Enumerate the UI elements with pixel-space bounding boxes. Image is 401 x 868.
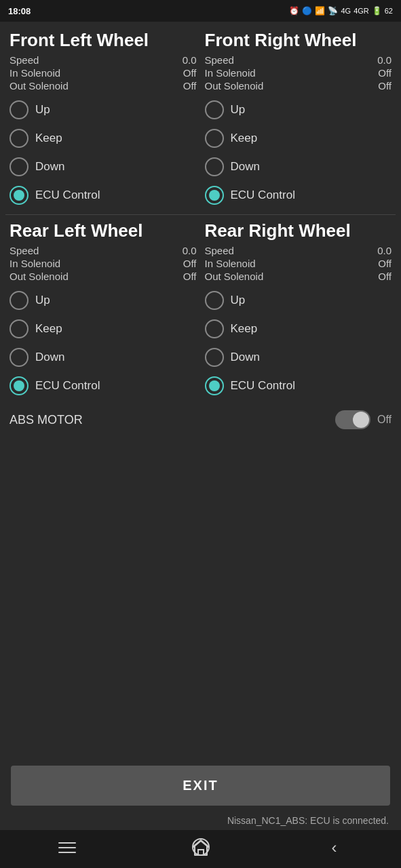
rear-left-radio-keep-circle bbox=[9, 319, 28, 338]
rear-left-radio-keep[interactable]: Keep bbox=[9, 315, 197, 342]
exit-button[interactable]: EXIT bbox=[11, 766, 390, 806]
nav-back-button[interactable]: ‹ bbox=[318, 834, 351, 861]
rear-left-outsolenoid-label: Out Solenoid bbox=[9, 271, 69, 282]
front-right-insolenoid-value: Off bbox=[378, 67, 392, 79]
hamburger-line-3 bbox=[58, 852, 76, 853]
front-left-radio-group: Up Keep Down ECU Control bbox=[9, 96, 197, 209]
rear-left-insolenoid-label: In Solenoid bbox=[9, 258, 60, 269]
front-left-wheel-title: Front Left Wheel bbox=[9, 30, 197, 51]
rear-right-radio-keep-circle bbox=[205, 319, 224, 338]
hamburger-line-2 bbox=[58, 847, 76, 848]
rear-right-radio-down[interactable]: Down bbox=[205, 344, 392, 371]
rear-right-radio-group: Up Keep Down ECU Control bbox=[205, 287, 392, 399]
battery-percent: 62 bbox=[385, 7, 393, 15]
top-wheels-grid: Front Left Wheel Speed 0.0 In Solenoid O… bbox=[5, 27, 396, 212]
rear-right-radio-up-circle bbox=[205, 291, 224, 310]
front-left-radio-down-label: Down bbox=[35, 160, 64, 174]
rear-left-radio-up-label: Up bbox=[35, 294, 50, 307]
front-left-speed-value: 0.0 bbox=[183, 54, 197, 66]
front-left-radio-ecu-circle bbox=[9, 186, 28, 205]
rear-left-radio-down-circle bbox=[9, 348, 28, 367]
front-right-radio-keep-circle bbox=[205, 129, 224, 148]
front-right-insolenoid-label: In Solenoid bbox=[205, 67, 256, 79]
battery-icon: 🔋 bbox=[372, 6, 382, 16]
front-left-outsolenoid-value: Off bbox=[183, 80, 197, 92]
front-right-radio-ecu[interactable]: ECU Control bbox=[205, 182, 392, 209]
rear-right-speed-label: Speed bbox=[205, 245, 234, 256]
front-right-insolenoid-row: In Solenoid Off bbox=[205, 66, 392, 79]
front-right-radio-down[interactable]: Down bbox=[205, 153, 392, 180]
hamburger-icon bbox=[58, 842, 76, 853]
rear-left-radio-up-circle bbox=[9, 291, 28, 310]
rear-left-insolenoid-row: In Solenoid Off bbox=[9, 257, 197, 270]
front-right-outsolenoid-value: Off bbox=[378, 80, 392, 92]
rear-right-radio-up-label: Up bbox=[231, 294, 246, 307]
front-right-radio-group: Up Keep Down ECU Control bbox=[205, 96, 392, 209]
bluetooth-icon: 🔵 bbox=[302, 6, 312, 16]
rear-left-insolenoid-value: Off bbox=[183, 258, 197, 269]
abs-motor-label: ABS MOTOR bbox=[9, 413, 83, 427]
rear-left-radio-ecu[interactable]: ECU Control bbox=[9, 372, 197, 399]
rear-right-radio-ecu[interactable]: ECU Control bbox=[205, 372, 392, 399]
network-4gr: 4GR bbox=[354, 7, 369, 15]
status-icons: ⏰ 🔵 📶 📡 4G 4GR 🔋 62 bbox=[289, 6, 393, 16]
rear-right-radio-up[interactable]: Up bbox=[205, 287, 392, 314]
rear-left-radio-up[interactable]: Up bbox=[9, 287, 197, 314]
rear-right-speed-row: Speed 0.0 bbox=[205, 244, 392, 257]
front-left-radio-down[interactable]: Down bbox=[9, 153, 197, 180]
abs-motor-toggle-knob bbox=[353, 412, 369, 428]
front-left-wheel-section: Front Left Wheel Speed 0.0 In Solenoid O… bbox=[5, 27, 201, 212]
rear-left-radio-down[interactable]: Down bbox=[9, 344, 197, 371]
rear-left-wheel-section: Rear Left Wheel Speed 0.0 In Solenoid Of… bbox=[5, 218, 201, 402]
front-right-wheel-title: Front Right Wheel bbox=[205, 30, 392, 51]
front-left-outsolenoid-label: Out Solenoid bbox=[9, 80, 69, 92]
rear-right-radio-ecu-circle bbox=[205, 376, 224, 395]
front-left-radio-up-label: Up bbox=[35, 103, 50, 117]
back-icon: ‹ bbox=[332, 838, 337, 857]
rear-right-radio-keep[interactable]: Keep bbox=[205, 315, 392, 342]
ecu-status-bar: Nissan_NC1_ABS: ECU is connected. bbox=[5, 811, 396, 830]
rear-right-outsolenoid-value: Off bbox=[378, 271, 392, 282]
front-right-radio-up-circle bbox=[205, 100, 224, 119]
front-right-radio-ecu-label: ECU Control bbox=[231, 189, 295, 202]
front-right-radio-ecu-circle bbox=[205, 186, 224, 205]
rear-right-wheel-title: Rear Right Wheel bbox=[205, 220, 392, 241]
spacer bbox=[5, 437, 396, 760]
rear-left-radio-down-label: Down bbox=[35, 351, 64, 364]
front-left-speed-label: Speed bbox=[9, 54, 39, 66]
hamburger-line-1 bbox=[58, 842, 76, 844]
rear-right-radio-keep-label: Keep bbox=[231, 322, 258, 336]
ecu-status-text: Nissan_NC1_ABS: ECU is connected. bbox=[227, 815, 389, 826]
front-left-radio-up[interactable]: Up bbox=[9, 96, 197, 123]
nav-bar: ‹ bbox=[0, 830, 401, 868]
front-left-radio-keep[interactable]: Keep bbox=[9, 125, 197, 152]
front-left-radio-ecu-label: ECU Control bbox=[35, 189, 100, 202]
rear-left-radio-group: Up Keep Down ECU Control bbox=[9, 287, 197, 399]
front-right-radio-up[interactable]: Up bbox=[205, 96, 392, 123]
nav-menu-button[interactable] bbox=[50, 834, 84, 861]
front-left-insolenoid-label: In Solenoid bbox=[9, 67, 60, 79]
front-right-speed-value: 0.0 bbox=[377, 54, 392, 66]
front-left-radio-ecu[interactable]: ECU Control bbox=[9, 182, 197, 209]
front-right-radio-keep-label: Keep bbox=[231, 132, 258, 145]
network-4g: 4G bbox=[341, 7, 351, 15]
rear-left-speed-row: Speed 0.0 bbox=[9, 244, 197, 257]
rear-right-radio-down-label: Down bbox=[231, 351, 260, 364]
rear-right-insolenoid-value: Off bbox=[378, 258, 392, 269]
rear-left-radio-ecu-label: ECU Control bbox=[35, 379, 100, 393]
front-right-radio-up-label: Up bbox=[231, 103, 246, 117]
abs-motor-toggle[interactable] bbox=[335, 410, 370, 429]
rear-right-outsolenoid-label: Out Solenoid bbox=[205, 271, 264, 282]
front-right-speed-row: Speed 0.0 bbox=[205, 54, 392, 66]
front-left-radio-up-circle bbox=[9, 100, 28, 119]
front-left-radio-keep-circle bbox=[9, 129, 28, 148]
rear-right-wheel-section: Rear Right Wheel Speed 0.0 In Solenoid O… bbox=[201, 218, 396, 402]
front-left-radio-keep-label: Keep bbox=[35, 132, 62, 145]
nav-home-button[interactable] bbox=[184, 834, 218, 861]
main-content: Front Left Wheel Speed 0.0 In Solenoid O… bbox=[0, 22, 401, 830]
home-icon bbox=[191, 837, 211, 858]
rear-left-radio-ecu-circle bbox=[9, 376, 28, 395]
front-left-speed-row: Speed 0.0 bbox=[9, 54, 197, 66]
front-right-radio-keep[interactable]: Keep bbox=[205, 125, 392, 152]
bottom-wheels-grid: Rear Left Wheel Speed 0.0 In Solenoid Of… bbox=[5, 218, 396, 402]
